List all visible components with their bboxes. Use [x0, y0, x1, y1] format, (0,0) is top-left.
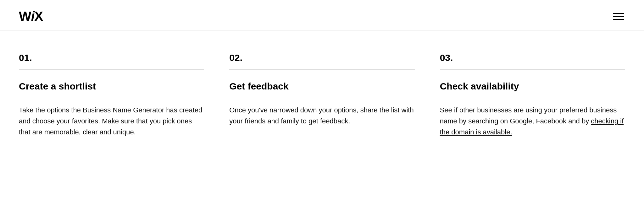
- step-2-divider: [229, 69, 414, 69]
- step-3-description: See if other businesses are using your p…: [440, 105, 625, 138]
- step-1-column: 01. Create a shortlist Take the options …: [19, 52, 229, 138]
- hamburger-line-1: [613, 13, 624, 14]
- step-1-description: Take the options the Business Name Gener…: [19, 105, 204, 138]
- step-3-number: 03.: [440, 52, 625, 63]
- site-header: WiX: [0, 0, 644, 30]
- hamburger-menu-button[interactable]: [612, 12, 625, 21]
- step-3-column: 03. Check availability See if other busi…: [440, 52, 625, 138]
- hamburger-line-2: [613, 16, 624, 17]
- hamburger-line-3: [613, 19, 624, 20]
- step-3-title: Check availability: [440, 81, 625, 92]
- step-3-divider: [440, 69, 625, 69]
- step-2-number: 02.: [229, 52, 414, 63]
- step-1-title: Create a shortlist: [19, 81, 204, 92]
- wix-logo[interactable]: WiX: [19, 9, 43, 24]
- step-1-divider: [19, 69, 204, 69]
- step-1-number: 01.: [19, 52, 204, 63]
- main-content: 01. Create a shortlist Take the options …: [0, 30, 644, 157]
- step-3-text-before-link: See if other businesses are using your p…: [440, 106, 617, 125]
- step-2-column: 02. Get feedback Once you've narrowed do…: [229, 52, 440, 138]
- step-2-title: Get feedback: [229, 81, 414, 92]
- step-2-description: Once you've narrowed down your options, …: [229, 105, 414, 127]
